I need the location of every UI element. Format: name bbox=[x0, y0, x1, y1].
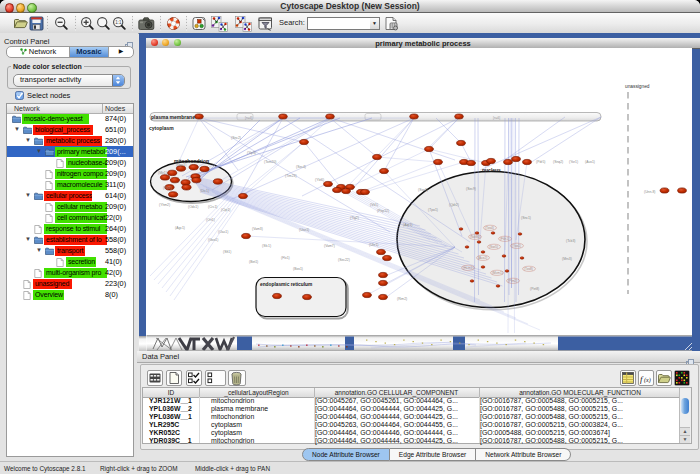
svg-text:(Vam3): (Vam3) bbox=[252, 227, 263, 231]
svg-text:(Mrs3): (Mrs3) bbox=[562, 257, 572, 261]
svg-text:(Ort1): (Ort1) bbox=[206, 218, 215, 222]
svg-text:(Tos8): (Tos8) bbox=[524, 267, 533, 271]
svg-text:(Yox1): (Yox1) bbox=[512, 244, 521, 248]
svg-text:(Aqr1): (Aqr1) bbox=[403, 223, 412, 227]
svg-text:(Sso1): (Sso1) bbox=[418, 188, 428, 192]
svg-text:(Ykt6): (Ykt6) bbox=[315, 178, 324, 182]
svg-text:(Flx1): (Flx1) bbox=[281, 256, 290, 260]
svg-text:(Ace2): (Ace2) bbox=[478, 256, 487, 260]
svg-text:(Yhm2): (Yhm2) bbox=[159, 203, 170, 207]
svg-text:(Yor1): (Yor1) bbox=[569, 160, 578, 164]
svg-text:(Sec22): (Sec22) bbox=[338, 258, 350, 262]
svg-text:(Bet1): (Bet1) bbox=[249, 260, 258, 264]
svg-text:(Ggc1): (Ggc1) bbox=[176, 163, 186, 167]
svg-text:(Crc1): (Crc1) bbox=[208, 205, 217, 209]
svg-text:unassigned: unassigned bbox=[625, 84, 650, 89]
svg-text:(Vti1): (Vti1) bbox=[370, 203, 378, 207]
svg-text:(Mcm1): (Mcm1) bbox=[492, 271, 503, 275]
svg-text:(x): (x) bbox=[644, 377, 651, 384]
svg-text:(Pdr5): (Pdr5) bbox=[536, 160, 545, 164]
svg-text:(Tlg2): (Tlg2) bbox=[350, 216, 359, 220]
svg-text:(Use1): (Use1) bbox=[299, 228, 309, 232]
svg-text:(Snc2): (Snc2) bbox=[231, 136, 241, 140]
svg-text:(Tos4): (Tos4) bbox=[485, 226, 494, 230]
svg-text:(Tim23): (Tim23) bbox=[285, 174, 297, 178]
svg-text:(Oac1): (Oac1) bbox=[218, 230, 228, 234]
svg-text:(Bos1): (Bos1) bbox=[293, 267, 303, 271]
svg-text:(Snq2): (Snq2) bbox=[553, 160, 563, 164]
svg-text:cytoplasm: cytoplasm bbox=[149, 125, 174, 131]
svg-text:(Fkh1): (Fkh1) bbox=[500, 237, 509, 241]
svg-text:(Ctp1): (Ctp1) bbox=[221, 208, 230, 212]
svg-text:(Agc1): (Agc1) bbox=[175, 226, 185, 230]
svg-text:(Sec9): (Sec9) bbox=[466, 187, 476, 191]
svg-text:(Odc1): (Odc1) bbox=[188, 205, 198, 209]
svg-text:(Pet8): (Pet8) bbox=[530, 287, 539, 291]
svg-text:(Sft1): (Sft1) bbox=[223, 250, 231, 254]
svg-text:(Snc1): (Snc1) bbox=[521, 216, 531, 220]
svg-text:(Tpo1): (Tpo1) bbox=[428, 208, 438, 212]
svg-text:(Rim2): (Rim2) bbox=[397, 297, 407, 301]
svg-text:nucleus: nucleus bbox=[482, 167, 501, 173]
svg-text:(Unn-8): (Unn-8) bbox=[644, 190, 656, 194]
svg-text:(Tom20): (Tom20) bbox=[264, 160, 276, 164]
svg-text:(Hcm1): (Hcm1) bbox=[463, 266, 473, 270]
svg-text:(Tcb3): (Tcb3) bbox=[566, 239, 575, 243]
svg-text:(Vam7): (Vam7) bbox=[324, 244, 335, 248]
svg-text:(Yip3): (Yip3) bbox=[247, 151, 256, 155]
svg-text:(Gos1): (Gos1) bbox=[208, 238, 218, 242]
svg-text:plasma membrane: plasma membrane bbox=[151, 114, 195, 120]
svg-text:(Sec4): (Sec4) bbox=[296, 165, 306, 169]
svg-text:(Pep12): (Pep12) bbox=[377, 209, 389, 213]
svg-text:(Ufe1): (Ufe1) bbox=[369, 243, 378, 247]
svg-text:(Qdr2): (Qdr2) bbox=[449, 203, 459, 207]
svg-text:(Plm2): (Plm2) bbox=[508, 279, 517, 283]
svg-text:(Ndt80): (Ndt80) bbox=[470, 235, 481, 239]
svg-text:[n=6]: [n=6] bbox=[493, 116, 500, 120]
svg-text:(Sfc1): (Sfc1) bbox=[262, 244, 271, 248]
svg-text:(Aus1): (Aus1) bbox=[585, 160, 595, 164]
svg-text:1:1: 1:1 bbox=[115, 20, 122, 25]
svg-text:(Swi5): (Swi5) bbox=[489, 245, 498, 249]
svg-text:(Mir1): (Mir1) bbox=[158, 171, 167, 175]
svg-text:(Dic1): (Dic1) bbox=[200, 189, 209, 193]
svg-text:[n=4]: [n=4] bbox=[245, 116, 252, 120]
svg-text:(Pic2): (Pic2) bbox=[163, 186, 172, 190]
svg-text:endoplasmic reticulum: endoplasmic reticulum bbox=[260, 282, 312, 287]
